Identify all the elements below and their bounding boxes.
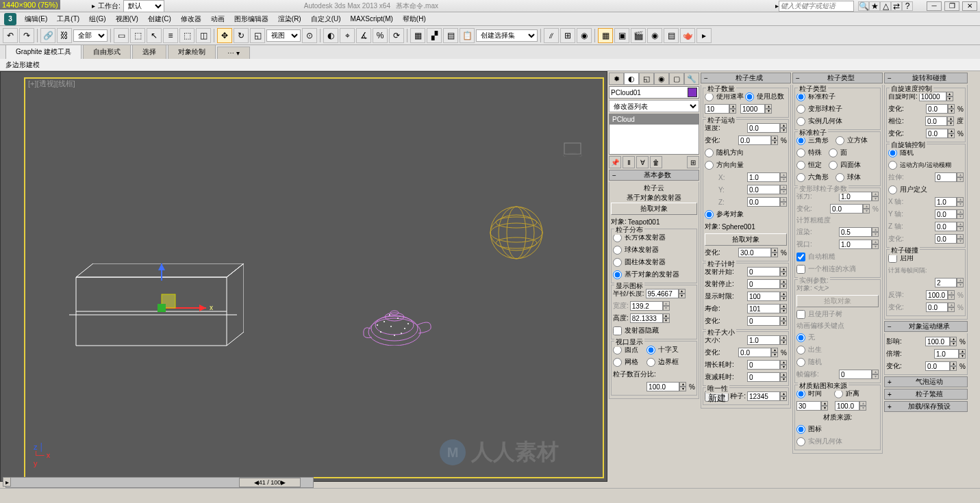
select-icon[interactable]: ▭: [114, 28, 129, 43]
vp-mesh-radio[interactable]: [613, 358, 622, 367]
show-result-icon[interactable]: Ⅱ: [623, 156, 635, 168]
inh-var-input[interactable]: [925, 361, 950, 371]
rotate-icon[interactable]: ↻: [234, 28, 249, 43]
std-const-radio[interactable]: [796, 161, 805, 170]
axis-user-radio[interactable]: [888, 185, 897, 194]
workspace-dropdown[interactable]: 默认: [123, 0, 164, 12]
emstop-input[interactable]: [747, 279, 780, 289]
spinvar1-input[interactable]: [926, 104, 948, 114]
cursor-icon[interactable]: ↖: [147, 28, 162, 43]
render-last-icon[interactable]: ▸: [696, 28, 712, 43]
curve-ed-icon[interactable]: ⫽: [544, 28, 559, 43]
align-icon[interactable]: ▤: [443, 28, 458, 43]
tab-more[interactable]: ⋯ ▾: [217, 47, 250, 59]
size-input[interactable]: [747, 335, 780, 345]
seed-input[interactable]: [747, 391, 780, 401]
help-search-input[interactable]: [779, 1, 854, 12]
modify-tab-icon[interactable]: ◐: [624, 73, 639, 85]
spinvar2-input[interactable]: [926, 129, 948, 138]
snap-icon[interactable]: ⌖: [340, 28, 355, 43]
dist-cyl-radio[interactable]: [613, 258, 622, 267]
render-icon[interactable]: 🫖: [680, 28, 695, 43]
arrow-left-icon[interactable]: ▸: [92, 2, 95, 10]
search-icon[interactable]: 🔍: [858, 1, 869, 11]
emstart-input[interactable]: [747, 267, 780, 276]
sizevar-input[interactable]: [738, 348, 771, 357]
time-thumb[interactable]: ◀ 41 / 100 ▶: [239, 478, 301, 487]
one-meta-check[interactable]: [796, 265, 805, 274]
utility-tab-icon[interactable]: 🔧: [684, 73, 699, 85]
rollout-inherit-header[interactable]: −对象运动继承: [884, 321, 968, 332]
mat-ed-icon[interactable]: ◉: [577, 28, 592, 43]
rollout-bubble-header[interactable]: +气泡运动: [884, 376, 968, 387]
tab-selection[interactable]: 选择: [132, 44, 166, 59]
menu-graph[interactable]: 图形编辑器: [230, 13, 273, 25]
menu-customize[interactable]: 自定义(U): [307, 13, 345, 25]
life-input[interactable]: [747, 304, 780, 313]
scale-icon[interactable]: ◱: [250, 28, 265, 43]
menu-maxscript[interactable]: MAXScript(M): [347, 14, 397, 24]
restore-button[interactable]: ❐: [944, 1, 959, 11]
manip-icon[interactable]: ◐: [323, 28, 338, 43]
axis-motion-radio[interactable]: [888, 161, 897, 170]
pivot-icon[interactable]: ⊙: [302, 28, 317, 43]
menu-group[interactable]: 组(G): [85, 13, 110, 25]
menu-animation[interactable]: 动画: [207, 13, 229, 25]
undo-icon[interactable]: ↶: [3, 28, 18, 43]
unlink-icon[interactable]: ⛓: [57, 28, 72, 43]
speedvar-input[interactable]: [738, 136, 771, 145]
mat1-input[interactable]: [796, 401, 821, 411]
std-hex-radio[interactable]: [796, 173, 805, 182]
refcoord-dropdown[interactable]: 视图: [266, 29, 301, 42]
layer-icon[interactable]: 📋: [460, 28, 475, 43]
vp-bbox-radio[interactable]: [646, 358, 655, 367]
menu-modifiers[interactable]: 修改器: [177, 13, 205, 25]
menu-views[interactable]: 视图(V): [112, 13, 142, 25]
mirror-icon[interactable]: ▞: [427, 28, 442, 43]
rollout-spawn-header[interactable]: +粒子繁殖: [884, 389, 968, 400]
tab-graphite[interactable]: Graphite 建模工具: [5, 44, 81, 59]
object-name-field[interactable]: PCloud01: [609, 86, 699, 99]
a360-icon[interactable]: △: [880, 1, 891, 11]
create-tab-icon[interactable]: ✹: [609, 73, 624, 85]
hide-emitter-check[interactable]: [613, 326, 622, 335]
type-inst-radio[interactable]: [796, 117, 805, 126]
menu-create[interactable]: 创建(C): [144, 13, 175, 25]
named-sel-icon[interactable]: ▦: [410, 28, 425, 43]
app-menu-icon[interactable]: 3: [4, 13, 16, 25]
inh-mult-input[interactable]: [934, 349, 959, 359]
matsrc-icon-radio[interactable]: [796, 425, 805, 434]
lifevar-input[interactable]: [747, 316, 780, 326]
std-face-radio[interactable]: [829, 149, 838, 157]
render-preset-icon[interactable]: ▤: [664, 28, 679, 43]
dir-vec-radio[interactable]: [705, 161, 714, 170]
pick-object-button[interactable]: 拾取对象: [611, 203, 697, 215]
render-prod-icon[interactable]: 🎬: [631, 28, 646, 43]
remove-mod-icon[interactable]: 🗑: [650, 156, 662, 168]
help-icon[interactable]: ?: [902, 1, 913, 11]
gen-pick-button[interactable]: 拾取对象: [705, 233, 787, 246]
height-input[interactable]: [630, 313, 663, 323]
exchange-icon[interactable]: ⇄: [891, 1, 902, 11]
asnap-icon[interactable]: ∡: [356, 28, 371, 43]
viewport[interactable]: [+][透视][线框] z x: [0, 71, 607, 482]
inh-affect-input[interactable]: [925, 337, 950, 346]
select-name-icon[interactable]: ≡: [163, 28, 178, 43]
std-cube-radio[interactable]: [835, 136, 844, 145]
qty2-input[interactable]: [740, 104, 765, 114]
tab-freeform[interactable]: 自由形式: [83, 44, 131, 59]
rollout-gen-header[interactable]: −粒子生成: [701, 73, 791, 83]
std-sphere-radio[interactable]: [835, 173, 844, 182]
select-obj-icon[interactable]: ⬚: [130, 28, 145, 43]
schematic-icon[interactable]: ⊞: [560, 28, 575, 43]
var2-input[interactable]: [738, 248, 771, 257]
rollout-ptype-header[interactable]: −粒子类型: [792, 73, 883, 83]
ribbon-subtab[interactable]: 多边形建模: [0, 59, 980, 71]
menu-help[interactable]: 帮助(H): [399, 13, 430, 25]
time-slider[interactable]: ◀ 41 / 100 ▶: [5, 477, 314, 488]
display-tab-icon[interactable]: ▢: [669, 73, 684, 85]
radius-input[interactable]: [646, 289, 679, 298]
std-tetra-radio[interactable]: [829, 161, 838, 170]
auto-rough-check[interactable]: [796, 253, 805, 261]
menu-tools[interactable]: 工具(T): [53, 13, 84, 25]
